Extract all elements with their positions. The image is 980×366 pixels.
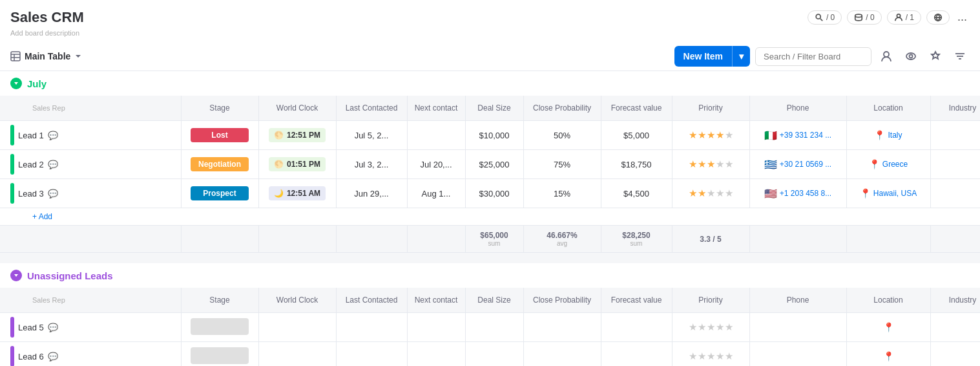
july-summary-forecast: $28,250 sum [601, 226, 672, 253]
july-table: Sales Rep Stage World Clock Last Contact… [0, 96, 980, 253]
lead6-stage[interactable] [181, 342, 258, 367]
lead3-close-prob[interactable]: 15% [523, 179, 601, 208]
july-add-row[interactable]: + Add [0, 208, 980, 226]
ucol-header-location: Location [846, 288, 930, 313]
search-input[interactable] [755, 47, 871, 66]
lead3-last-contacted[interactable]: Jun 29,... [336, 179, 407, 208]
lead1-stage[interactable]: Lost [181, 121, 258, 150]
ucol-header-last-contacted: Last Contacted [336, 288, 407, 313]
lead2-phone[interactable]: 🇬🇷 +30 21 0569 ... [749, 150, 846, 179]
lead2-stage[interactable]: Negotiation [181, 150, 258, 179]
lead6-clock [258, 342, 336, 367]
lead1-stage-badge[interactable]: Lost [191, 128, 249, 142]
lead5-industry [930, 313, 980, 342]
lead5-deal-size [465, 313, 523, 342]
lead1-location[interactable]: 📍 Italy [846, 121, 930, 150]
lead3-stage[interactable]: Prospect [181, 179, 258, 208]
lead6-stars: ★★★★★ [689, 350, 733, 362]
lead3-next-contact[interactable]: Aug 1... [407, 179, 465, 208]
ucol-header-world-clock: World Clock [258, 288, 336, 313]
board-desc[interactable]: Add board description [0, 29, 980, 42]
lead6-industry [930, 342, 980, 367]
db-count: / 0 [866, 13, 874, 22]
lead1-name-cell: Lead 1 💬 [0, 121, 181, 150]
july-col-headers: Sales Rep Stage World Clock Last Contact… [0, 96, 980, 121]
lead2-stage-badge[interactable]: Negotiation [191, 157, 249, 171]
ucol-header-forecast: Forecast value [601, 288, 672, 313]
unassigned-group-header: Unassigned Leads [0, 263, 980, 288]
main-table-button[interactable]: Main Table [10, 51, 82, 61]
lead1-name[interactable]: Lead 1 [18, 131, 44, 140]
july-summary-empty-name [0, 226, 181, 253]
toolbar: Main Table New Item ▾ [0, 42, 980, 71]
lead2-forecast[interactable]: $18,750 [601, 150, 672, 179]
more-button[interactable]: ... [955, 8, 970, 27]
lead1-forecast[interactable]: $5,000 [601, 121, 672, 150]
ucol-header-industry: Industry [930, 288, 980, 313]
new-item-button[interactable]: New Item ▾ [674, 46, 750, 67]
eye-icon-btn[interactable] [901, 47, 921, 66]
lead3-flag: 🇺🇸 [764, 188, 777, 200]
lead6-stage-badge [191, 347, 249, 364]
lead2-comment-icon[interactable]: 💬 [48, 160, 58, 169]
lead6-name[interactable]: Lead 6 [18, 352, 44, 361]
pin-icon-btn[interactable] [926, 47, 945, 66]
search-pill[interactable]: / 0 [808, 10, 842, 25]
lead5-phone [749, 313, 846, 342]
col-header-deal-size: Deal Size [465, 96, 523, 121]
svg-point-2 [855, 14, 862, 17]
lead3-name[interactable]: Lead 3 [18, 189, 44, 199]
globe-pill[interactable] [926, 10, 950, 25]
july-summary-deal: $65,000 sum [465, 226, 523, 253]
lead5-clock [258, 313, 336, 342]
lead2-deal-size[interactable]: $25,000 [465, 150, 523, 179]
lead5-name[interactable]: Lead 5 [18, 323, 44, 332]
lead1-comment-icon[interactable]: 💬 [48, 131, 58, 140]
people-pill[interactable]: / 1 [887, 10, 921, 25]
lead3-comment-icon[interactable]: 💬 [48, 189, 58, 199]
svg-line-1 [820, 18, 823, 21]
lead3-location[interactable]: 📍 Hawaii, USA [846, 179, 930, 208]
lead5-stage[interactable] [181, 313, 258, 342]
lead5-comment-icon[interactable]: 💬 [48, 323, 58, 332]
people-count: / 1 [906, 13, 914, 22]
july-add-label[interactable]: + Add [0, 208, 980, 226]
lead2-location[interactable]: 📍 Greece [846, 150, 930, 179]
unassigned-group-title[interactable]: Unassigned Leads [27, 270, 113, 281]
table-row: Lead 1 💬 Lost 🌕 12:51 PM [0, 121, 980, 150]
lead1-deal-size[interactable]: $10,000 [465, 121, 523, 150]
db-pill[interactable]: / 0 [847, 10, 881, 25]
svg-point-9 [884, 52, 889, 57]
col-header-location: Location [846, 96, 930, 121]
table-row: Lead 2 💬 Negotiation 🌕 01:51 PM [0, 150, 980, 179]
july-table-wrap: Sales Rep Stage World Clock Last Contact… [0, 96, 980, 253]
lead3-forecast[interactable]: $4,500 [601, 179, 672, 208]
lead6-comment-icon[interactable]: 💬 [48, 352, 58, 361]
col-header-world-clock: World Clock [258, 96, 336, 121]
lead3-phone[interactable]: 🇺🇸 +1 203 458 8... [749, 179, 846, 208]
lead3-stage-badge[interactable]: Prospect [191, 186, 249, 200]
july-group-title[interactable]: July [27, 78, 47, 89]
lead6-next-contact [407, 342, 465, 367]
july-summary-empty-location [846, 226, 930, 253]
lead1-close-prob[interactable]: 50% [523, 121, 601, 150]
lead2-last-contacted[interactable]: Jul 3, 2... [336, 150, 407, 179]
search-count: / 0 [826, 13, 835, 22]
lead2-close-prob[interactable]: 75% [523, 150, 601, 179]
filter-icon-btn[interactable] [950, 47, 970, 66]
col-header-last-contacted: Last Contacted [336, 96, 407, 121]
lead5-name-cell: Lead 5 💬 [0, 313, 181, 342]
lead1-phone[interactable]: 🇮🇹 +39 331 234 ... [749, 121, 846, 150]
lead1-next-contact[interactable] [407, 121, 465, 150]
new-item-caret[interactable]: ▾ [732, 46, 750, 67]
group-gap [0, 253, 980, 263]
lead3-deal-size[interactable]: $30,000 [465, 179, 523, 208]
lead2-name[interactable]: Lead 2 [18, 160, 44, 169]
person-icon-btn[interactable] [877, 47, 896, 66]
sun-icon: 🌕 [274, 131, 284, 140]
july-summary-prob: 46.667% avg [523, 226, 601, 253]
unassigned-group-toggle[interactable] [10, 270, 22, 281]
lead1-last-contacted[interactable]: Jul 5, 2... [336, 121, 407, 150]
lead2-next-contact[interactable]: Jul 20,... [407, 150, 465, 179]
july-group-toggle[interactable] [10, 78, 22, 89]
